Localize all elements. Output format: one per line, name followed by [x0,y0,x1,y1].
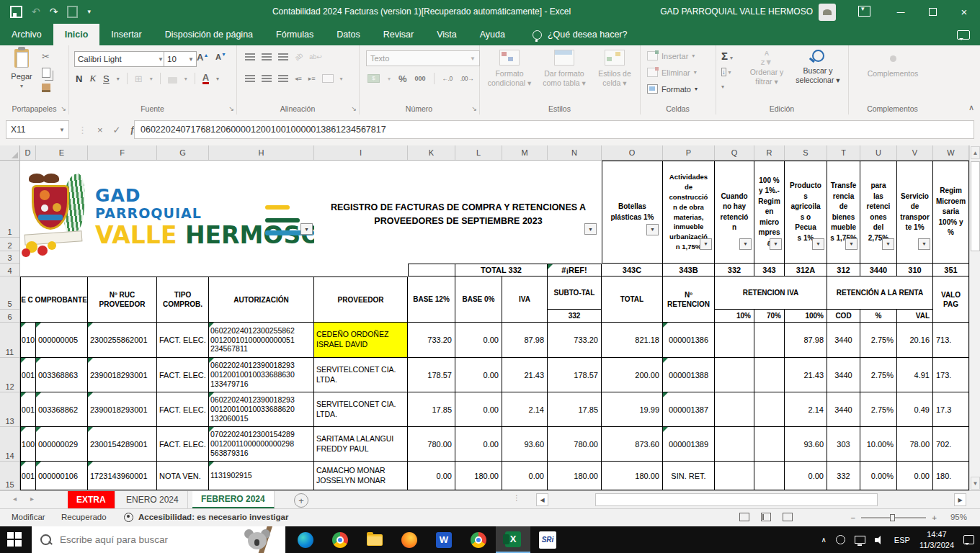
print-preview-icon[interactable] [67,6,78,18]
filter-dropdown-v[interactable]: ▼ [918,238,930,250]
filter-dropdown-o[interactable]: ▼ [646,224,659,235]
borders-button[interactable]: ⊞ [135,73,143,84]
cell-k[interactable]: 733.20 [408,323,455,358]
column-header-D[interactable]: D [20,145,36,160]
cell-n[interactable]: 180.00 [548,462,602,490]
cell-styles-button[interactable]: Estilos de celda ▾ [589,50,641,88]
cell-row4-W[interactable]: 351 [933,264,969,276]
taskbar-search[interactable] [32,526,285,553]
filter-dropdown-t[interactable]: ▼ [845,238,858,250]
align-middle-icon[interactable] [262,53,272,60]
cell-f[interactable]: 2300255862001 [88,323,157,358]
taskbar-explorer[interactable] [357,526,392,553]
column-header-M[interactable]: M [502,145,548,160]
row-header-4[interactable]: 4 [0,264,19,276]
status-recovered[interactable]: Recuperado [61,513,107,521]
cell-ref-error[interactable]: #¡REF! [548,264,602,276]
restore-button[interactable] [917,0,948,24]
select-all-corner[interactable] [0,145,20,161]
status-mode[interactable]: Modificar [12,513,45,521]
cell-p[interactable]: 000001386 [663,323,715,358]
taskbar-excel[interactable]: X [496,526,530,553]
cell-header-P[interactable]: Actividades de construcció n de obra mat… [663,161,715,264]
cell-e[interactable]: 000000005 [36,323,88,358]
hscroll-left-icon[interactable]: ◀ [536,493,548,506]
cell-l[interactable]: 0.00 [455,427,502,462]
tab-insertar[interactable]: Insertar [99,24,153,45]
cell-n[interactable]: 17.85 [548,392,602,427]
column-header-T[interactable]: T [827,145,860,160]
cell-r[interactable] [754,427,785,462]
comments-icon[interactable] [957,30,970,40]
zoom-slider[interactable] [861,517,926,518]
cell-w[interactable]: 702. [933,427,969,462]
font-name-combo[interactable]: Calibri Light▼ [74,51,166,67]
tab-disposicion[interactable]: Disposición de página [153,24,264,45]
cell-o[interactable]: 180.00 [602,462,663,490]
cell-s[interactable]: 0.00 [785,462,827,490]
tab-inicio[interactable]: Inicio [53,24,100,45]
cell-q[interactable] [715,462,754,490]
copy-icon[interactable] [42,68,50,78]
account-avatar[interactable] [819,4,836,21]
column-header-R[interactable]: R [754,145,785,160]
cell-header-U[interactable]: para las retenci ones del 2,75%▼ [860,161,897,264]
cell-d[interactable]: 100 [20,427,36,462]
row-header-1[interactable]: 1 [0,161,19,238]
add-sheet-button[interactable]: + [294,493,308,508]
speaker-icon[interactable] [875,536,885,544]
cell-g[interactable]: FACT. ELEC. [157,427,209,462]
header-70pct[interactable]: 70% [754,310,785,323]
filter-dropdown-p[interactable]: ▼ [700,238,712,250]
cell-i[interactable]: CAMACHO MONAR JOSSELYN MONAR [314,462,408,490]
cell-s[interactable]: 93.60 [785,427,827,462]
taskbar-word[interactable]: W [427,526,461,553]
cell-e[interactable]: 000000106 [36,462,88,490]
autosum-icon[interactable]: Σ [721,50,728,62]
save-icon[interactable] [10,6,22,18]
taskbar-chrome[interactable] [323,526,357,553]
cell-w[interactable]: 713. [933,323,969,358]
sort-filter-button[interactable]: AZ▼ Ordenar y filtrar ▾ [743,50,790,86]
cell-header-O[interactable]: Botellas plásticas 1%▼ [602,161,663,264]
cell-d[interactable]: 010 [20,323,36,358]
header-total[interactable]: TOTAL [602,276,663,323]
header-retencion-iva[interactable]: RETENCION IVA [715,276,827,310]
cell-p[interactable]: 000001388 [663,358,715,392]
column-header-F[interactable]: F [88,145,157,160]
underline-button[interactable]: S [103,73,110,84]
cell-o[interactable]: 200.00 [602,358,663,392]
row-header-13[interactable]: 13 [0,392,19,427]
cell-g[interactable]: FACT. ELEC. [157,323,209,358]
align-top-icon[interactable] [245,53,255,60]
cell-e[interactable]: 003368863 [36,358,88,392]
cell-n[interactable]: 733.20 [548,323,602,358]
row-header-5[interactable]: 5 [0,276,19,310]
tab-ayuda[interactable]: Ayuda [468,24,517,45]
header-subtotal-332[interactable]: 332 [548,310,602,323]
sheet-tab-extra[interactable]: EXTRA [68,491,115,508]
cell-row4-P[interactable]: 343B [663,264,715,276]
row-header-14[interactable]: 14 [0,427,19,462]
notification-center-icon[interactable] [963,535,974,544]
cell-i[interactable]: SERVITELCONET CIA. LTDA. [314,358,408,392]
page-break-view-icon[interactable] [783,513,793,521]
language-indicator[interactable]: ESP [894,536,910,544]
cell-m[interactable]: 87.98 [502,323,548,358]
close-button[interactable]: × [948,0,980,24]
cell-o[interactable]: 873.60 [602,427,663,462]
filter-dropdown-r[interactable]: ▼ [770,238,782,250]
cell-header-Q[interactable]: Cuando no hay retenció n▼ [715,161,754,264]
cell-m[interactable]: 0.00 [502,462,548,490]
cell-l[interactable]: 0.00 [455,392,502,427]
cell-r[interactable] [754,358,785,392]
minimize-button[interactable]: ─ [885,0,917,24]
cell-q[interactable] [715,323,754,358]
clock[interactable]: 14:4711/3/2024 [919,529,954,551]
cell-q[interactable] [715,392,754,427]
number-dialog-launcher[interactable]: ↘ [471,105,477,112]
comma-style-icon[interactable]: 000 [415,75,426,82]
cell-h[interactable]: 06022024012300255862 0012001010000000005… [209,323,314,358]
status-accessibility[interactable]: Accesibilidad: es necesario investigar [138,513,288,521]
cell-p[interactable]: 000001387 [663,392,715,427]
